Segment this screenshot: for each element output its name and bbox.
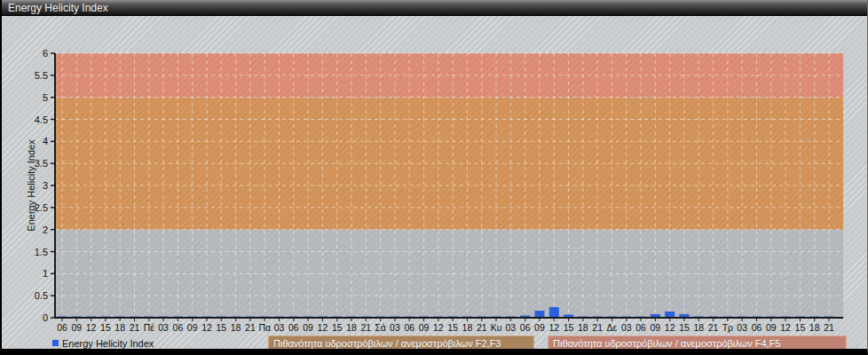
svg-text:09: 09: [71, 322, 82, 333]
svg-text:Τρ: Τρ: [722, 322, 733, 333]
legend-label: Energy Helicity Index: [62, 338, 154, 349]
svg-text:4.5: 4.5: [35, 114, 48, 125]
svg-text:18: 18: [693, 322, 704, 333]
svg-text:2: 2: [43, 225, 48, 235]
svg-text:12: 12: [433, 322, 444, 333]
svg-text:09: 09: [651, 322, 661, 333]
svg-text:06: 06: [404, 322, 414, 333]
risk-label-f4f5-text: Πιθανότητα υδροστρόβιλων / ανεμοστρόβιλω…: [553, 338, 781, 349]
svg-text:06: 06: [288, 322, 299, 333]
svg-text:15: 15: [564, 322, 574, 333]
svg-text:Πα: Πα: [258, 322, 271, 333]
svg-text:1.5: 1.5: [35, 247, 48, 257]
app-window: Energy Helicity Index 00.511.522.533.544…: [0, 0, 868, 355]
svg-text:Πέ: Πέ: [144, 322, 155, 333]
svg-text:3: 3: [43, 180, 48, 191]
svg-text:03: 03: [737, 322, 747, 333]
svg-text:03: 03: [506, 322, 517, 333]
risk-label-f2f3: Πιθανότητα υδροστρόβιλων / ανεμοστρόβιλω…: [268, 335, 534, 350]
window-title: Energy Helicity Index: [8, 2, 108, 14]
svg-text:09: 09: [303, 322, 313, 333]
risk-label-f2f3-text: Πιθανότητα υδροστρόβιλων / ανεμοστρόβιλω…: [273, 338, 501, 349]
svg-text:1: 1: [43, 268, 48, 279]
svg-text:06: 06: [635, 322, 646, 333]
svg-text:15: 15: [447, 322, 458, 333]
svg-text:21: 21: [245, 322, 256, 333]
svg-text:12: 12: [548, 322, 559, 333]
svg-text:0: 0: [43, 312, 48, 323]
svg-text:15: 15: [795, 322, 806, 333]
svg-text:18: 18: [114, 322, 125, 333]
svg-text:21: 21: [360, 322, 371, 333]
svg-text:15: 15: [100, 322, 111, 333]
svg-text:15: 15: [332, 322, 343, 333]
svg-text:21: 21: [708, 322, 719, 333]
svg-text:18: 18: [462, 322, 473, 333]
svg-text:09: 09: [187, 322, 198, 333]
svg-text:09: 09: [766, 322, 777, 333]
window-title-bar: Energy Helicity Index: [2, 0, 867, 16]
svg-text:12: 12: [318, 322, 328, 333]
svg-text:03: 03: [274, 322, 285, 333]
svg-text:03: 03: [158, 322, 169, 333]
svg-text:15: 15: [679, 322, 690, 333]
svg-text:03: 03: [390, 322, 400, 333]
svg-text:0.5: 0.5: [35, 290, 48, 301]
svg-text:4: 4: [43, 136, 48, 146]
svg-text:12: 12: [780, 322, 791, 333]
svg-text:21: 21: [130, 322, 140, 333]
svg-text:12: 12: [201, 322, 212, 333]
svg-text:12: 12: [86, 322, 97, 333]
svg-text:Energy Helicity Index: Energy Helicity Index: [26, 139, 36, 232]
svg-text:09: 09: [534, 322, 545, 333]
svg-text:Κυ: Κυ: [491, 322, 502, 333]
svg-text:Δε: Δε: [607, 322, 618, 333]
svg-text:6: 6: [43, 48, 48, 59]
svg-text:15: 15: [216, 322, 226, 333]
svg-text:5.5: 5.5: [35, 70, 48, 81]
ehi-chart: 00.511.522.533.544.555.56060912151821Πέ0…: [2, 16, 867, 349]
svg-text:5: 5: [43, 92, 48, 103]
risk-label-f4f5: Πιθανότητα υδροστρόβιλων / ανεμοστρόβιλω…: [548, 335, 847, 350]
svg-text:09: 09: [419, 322, 430, 333]
svg-text:06: 06: [752, 322, 762, 333]
svg-text:21: 21: [477, 322, 487, 333]
svg-text:06: 06: [173, 322, 184, 333]
svg-text:03: 03: [621, 322, 632, 333]
svg-text:06: 06: [520, 322, 531, 333]
svg-text:06: 06: [57, 322, 67, 333]
legend-swatch-icon: [52, 340, 59, 346]
svg-text:Σά: Σά: [375, 322, 386, 333]
svg-text:12: 12: [665, 322, 675, 333]
chart-legend: Energy Helicity Index: [52, 336, 154, 350]
svg-text:21: 21: [592, 322, 603, 333]
svg-text:18: 18: [346, 322, 357, 333]
svg-text:18: 18: [578, 322, 588, 333]
svg-text:18: 18: [231, 322, 241, 333]
svg-text:21: 21: [824, 322, 834, 333]
svg-text:18: 18: [809, 322, 820, 333]
